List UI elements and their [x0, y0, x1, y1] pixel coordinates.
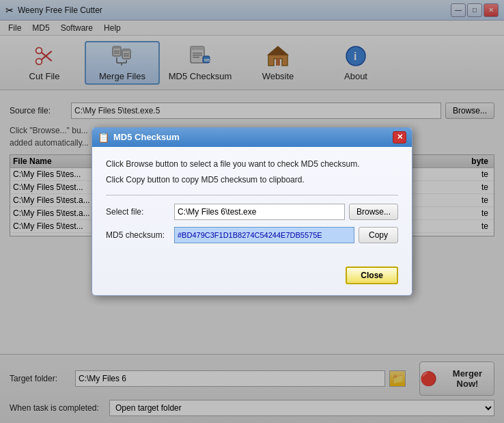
dialog-title-bar: 📋 MD5 Checksum ✕	[92, 128, 412, 147]
dialog-title: MD5 Checksum	[113, 132, 393, 142]
md5-checksum-value[interactable]	[174, 227, 354, 243]
dialog-close-button[interactable]: Close	[346, 267, 398, 284]
dialog-title-icon: 📋	[98, 132, 109, 143]
select-file-label: Select file:	[106, 207, 174, 217]
dialog-close-x-button[interactable]: ✕	[393, 131, 406, 144]
dialog-info-line2: Click Copy button to copy MD5 checksum t…	[106, 174, 398, 187]
md5-checksum-label: MD5 checksum:	[106, 230, 174, 240]
select-file-row: Select file: Browse...	[106, 204, 398, 220]
copy-button[interactable]: Copy	[359, 227, 398, 243]
dialog-body: Click Browse button to select a file you…	[92, 147, 412, 261]
modal-overlay: 📋 MD5 Checksum ✕ Click Browse button to …	[0, 0, 504, 423]
md5-checksum-row: MD5 checksum: Copy	[106, 227, 398, 243]
dialog-separator	[106, 195, 398, 195]
select-file-input[interactable]	[174, 204, 345, 220]
dialog-info-line1: Click Browse button to select a file you…	[106, 158, 398, 171]
dialog-browse-button[interactable]: Browse...	[349, 204, 398, 220]
dialog-footer: Close	[92, 261, 412, 295]
md5-dialog: 📋 MD5 Checksum ✕ Click Browse button to …	[92, 127, 412, 296]
